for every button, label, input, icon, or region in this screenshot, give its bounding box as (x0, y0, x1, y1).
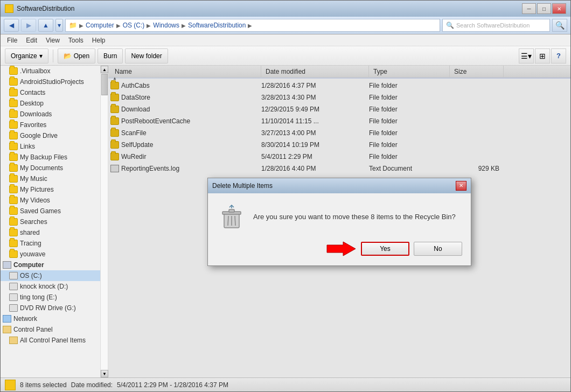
drive-icon (9, 272, 18, 279)
folder-icon (9, 175, 18, 183)
help-button[interactable]: ? (551, 48, 566, 64)
sidebar-item-tracing[interactable]: Tracing (1, 238, 100, 249)
status-bar: 8 items selected Date modified: 5/4/2011… (1, 377, 570, 391)
sidebar-item-dvd[interactable]: DVD RW Drive (G:) (1, 303, 100, 313)
yes-arrow-indicator (324, 241, 357, 257)
sidebar-label: youwave (20, 250, 45, 258)
breadcrumb-sep5: ▶ (248, 23, 252, 29)
drive-icon (9, 283, 18, 290)
scroll-track (101, 73, 108, 370)
folder-icon (9, 100, 18, 107)
breadcrumb-current[interactable]: SoftwareDistribution (188, 22, 246, 29)
sidebar-label: OS (C:) (20, 272, 42, 279)
sidebar-item-savedgames[interactable]: Saved Games (1, 206, 100, 216)
sidebar-item-mydocuments[interactable]: My Documents (1, 163, 100, 173)
new-folder-label: New folder (131, 52, 162, 60)
control-panel-icon (3, 326, 11, 333)
folder-icon (9, 143, 18, 150)
window-title: SoftwareDistribution (17, 5, 74, 12)
breadcrumb-windows[interactable]: Windows (153, 22, 179, 29)
recycle-bin-svg (219, 204, 245, 230)
menu-help[interactable]: Help (88, 36, 110, 45)
folder-icon (9, 110, 18, 118)
sidebar-item-myvideos[interactable]: My Videos (1, 195, 100, 206)
recycle-bin-icon (219, 204, 245, 230)
folder-icon (9, 67, 18, 75)
dialog-message: Are you sure you want to move these 8 it… (253, 213, 460, 221)
search-placeholder: Search SoftwareDistribution (456, 22, 530, 29)
burn-button[interactable]: Burn (98, 48, 123, 64)
sidebar-label: Google Drive (20, 132, 58, 139)
pane-toggle-button[interactable]: ⊞ (535, 48, 550, 64)
sidebar-item-desktop[interactable]: Desktop (1, 98, 100, 109)
computer-icon (3, 261, 11, 269)
sidebar-item-ting[interactable]: ting tong (E:) (1, 292, 100, 303)
open-icon: 📂 (64, 52, 72, 60)
maximize-button[interactable]: □ (537, 3, 551, 14)
view-toggle-button[interactable]: ☰▾ (519, 48, 534, 64)
svg-line-3 (235, 216, 235, 226)
folder-icon (9, 89, 18, 96)
dialog-buttons: Yes No (208, 241, 471, 265)
breadcrumb-computer[interactable]: 📁 (69, 22, 77, 29)
sidebar-label: Desktop (20, 100, 44, 107)
breadcrumb-drive[interactable]: Computer (86, 22, 114, 29)
dialog-title: Delete Multiple Items (212, 182, 273, 190)
search-icon: 🔍 (446, 22, 454, 29)
sidebar-item-favorites[interactable]: Favorites (1, 120, 100, 130)
window-icon (5, 4, 13, 13)
toolbar: Organize ▾ 📂 Open Burn New folder ☰▾ ⊞ ? (1, 46, 570, 66)
yes-button[interactable]: Yes (361, 242, 409, 256)
sidebar-item-allcontrolpanel[interactable]: All Control Panel Items (1, 335, 100, 346)
menu-view[interactable]: View (41, 36, 64, 45)
sidebar-item-computer[interactable]: Computer (1, 260, 100, 270)
scroll-thumb[interactable] (101, 74, 108, 95)
sidebar-item-mypictures[interactable]: My Pictures (1, 184, 100, 195)
folder-icon (9, 121, 18, 129)
sidebar-item-googledrive[interactable]: Google Drive (1, 130, 100, 141)
menu-file[interactable]: File (3, 36, 22, 45)
sidebar-item-mybackupfiles[interactable]: My Backup Files (1, 152, 100, 163)
dialog-close-button[interactable]: ✕ (456, 181, 466, 191)
sidebar-label: Downloads (20, 110, 52, 118)
sidebar-item-androidstudio[interactable]: AndroidStudioProjects (1, 76, 100, 87)
sidebar-item-network[interactable]: Network (1, 313, 100, 324)
sidebar-item-knock[interactable]: knock knock (D:) (1, 281, 100, 292)
folder-icon (9, 250, 18, 258)
menu-edit[interactable]: Edit (22, 36, 41, 45)
back-button[interactable]: ◀ (4, 19, 19, 32)
new-folder-button[interactable]: New folder (125, 48, 168, 64)
sidebar-item-controlpanel[interactable]: Control Panel (1, 324, 100, 335)
search-bar[interactable]: 🔍 Search SoftwareDistribution (442, 19, 550, 32)
sidebar-container: .Virtualbox AndroidStudioProjects Contac… (1, 66, 108, 377)
up-button[interactable]: ▲ (38, 19, 53, 32)
sidebar-item-mymusic[interactable]: My Music (1, 173, 100, 184)
breadcrumb-bar[interactable]: 📁 ▶ Computer ▶ OS (C:) ▶ Windows ▶ Softw… (65, 19, 440, 32)
no-button[interactable]: No (414, 242, 462, 256)
close-button[interactable]: ✕ (552, 3, 566, 14)
folder-icon (9, 218, 18, 226)
delete-dialog: Delete Multiple Items ✕ (207, 178, 471, 266)
sidebar-item-downloads[interactable]: Downloads (1, 109, 100, 120)
scroll-up-button[interactable]: ▲ (101, 66, 108, 73)
search-submit-button[interactable]: 🔍 (552, 19, 567, 32)
sidebar-item-searches[interactable]: Searches (1, 216, 100, 227)
sidebar-item-contacts[interactable]: Contacts (1, 87, 100, 98)
sidebar-item-osc[interactable]: OS (C:) (1, 270, 100, 281)
minimize-button[interactable]: ─ (522, 3, 536, 14)
breadcrumb-sep2: ▶ (116, 23, 121, 29)
scroll-down-button[interactable]: ▼ (101, 370, 108, 377)
dialog-title-bar: Delete Multiple Items ✕ (208, 178, 471, 193)
breadcrumb-os[interactable]: OS (C:) (123, 22, 145, 29)
sidebar-scrollbar[interactable]: ▲ ▼ (100, 66, 108, 377)
dropdown-button[interactable]: ▾ (55, 19, 63, 32)
sidebar-label: My Backup Files (20, 153, 67, 161)
sidebar-item-links[interactable]: Links (1, 141, 100, 152)
open-button[interactable]: 📂 Open (58, 48, 95, 64)
sidebar-item-shared[interactable]: shared (1, 227, 100, 238)
sidebar-item-youwave[interactable]: youwave (1, 249, 100, 260)
sidebar-item-virtualbox[interactable]: .Virtualbox (1, 66, 100, 76)
forward-button[interactable]: ▶ (21, 19, 36, 32)
menu-tools[interactable]: Tools (64, 36, 88, 45)
organize-button[interactable]: Organize ▾ (5, 48, 48, 64)
